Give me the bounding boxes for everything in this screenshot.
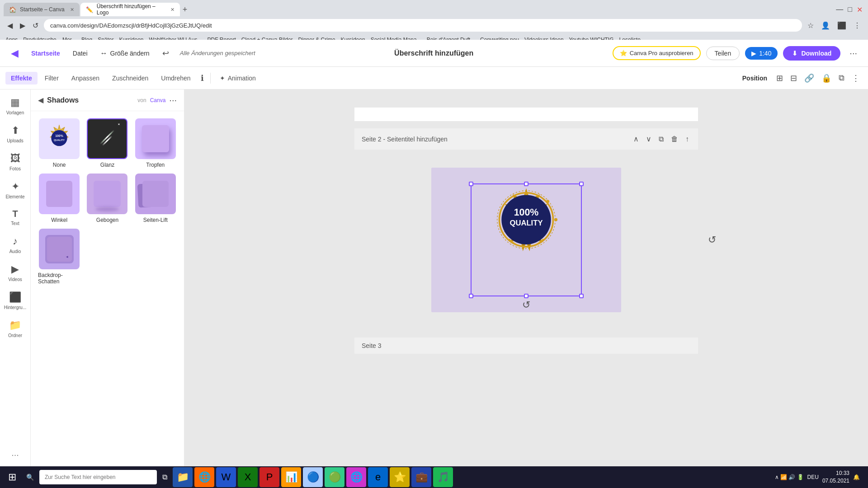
download-button[interactable]: ⬇ Download <box>783 46 840 61</box>
sidebar-more-button[interactable]: ··· <box>11 450 19 460</box>
new-tab-button[interactable]: + <box>183 5 188 14</box>
rotate-handle-right[interactable]: ↺ <box>708 234 716 246</box>
sidebar-item-videos[interactable]: ▶ Videos <box>1 260 29 286</box>
sidebar-item-hintergrund[interactable]: ⬛ Hintergru... <box>1 288 29 314</box>
tab-close-2[interactable]: ✕ <box>170 7 175 13</box>
panel-canva-link[interactable]: Canva <box>150 97 166 103</box>
play-button[interactable]: ▶ 1:40 <box>745 47 778 60</box>
pro-button[interactable]: ⭐ Canva Pro ausprobieren <box>613 46 701 60</box>
sidebar-item-vorlagen[interactable]: ▦ Vorlagen <box>1 93 29 119</box>
effect-gebogen[interactable]: Gebogen <box>86 174 128 223</box>
search-taskbar-button[interactable]: 🔍 <box>23 472 38 483</box>
canvas-area[interactable]: Seite 2 - Seitentitel hinzufügen ∧ ∨ ⧉ 🗑… <box>184 89 868 467</box>
taskbar-spotify[interactable]: 🎵 <box>433 467 453 487</box>
panel-back-button[interactable]: ◀ <box>38 96 43 104</box>
tab-effekte[interactable]: Effekte <box>5 72 38 84</box>
effect-none[interactable]: 100% QUALITY None <box>38 118 80 168</box>
page3-canvas[interactable] <box>354 354 698 390</box>
handle-bm[interactable] <box>524 294 528 298</box>
page2-share[interactable]: ↑ <box>684 133 691 145</box>
resize-button[interactable]: ↔ Größe ändern <box>97 47 153 60</box>
taskbar-app-2[interactable]: 💼 <box>411 467 431 487</box>
handle-tm[interactable] <box>524 182 528 186</box>
taskbar-edge[interactable]: e <box>368 467 388 487</box>
sidebar-item-fotos[interactable]: 🖼 Fotos <box>1 149 29 175</box>
home-back-button[interactable]: ◀ <box>7 46 22 61</box>
tab-active[interactable]: ✏️ Überschrift hinzufügen – Logo ✕ <box>80 3 180 16</box>
sidebar-item-ordner[interactable]: 📁 Ordner <box>1 316 29 342</box>
share-button[interactable]: Teilen <box>706 47 740 60</box>
task-view-button[interactable]: ⧉ <box>159 471 171 483</box>
taskbar-app-yellow[interactable]: ⭐ <box>390 467 410 487</box>
undo-button[interactable]: ↩ <box>159 47 173 60</box>
handle-br[interactable] <box>579 294 584 298</box>
page2-canvas[interactable]: 100% QUALITY ↺ ↺ <box>354 150 698 330</box>
start-button[interactable]: ⊞ <box>4 469 21 485</box>
tab-umdrehen[interactable]: Umdrehen <box>156 72 196 84</box>
effect-backdrop[interactable]: ◂ Backdrop-Schatten <box>38 229 80 285</box>
lock-icon-btn[interactable]: 🔒 <box>819 70 834 86</box>
effect-thumb-glanz[interactable] <box>87 118 127 159</box>
copy-icon-btn[interactable]: ⧉ <box>836 70 847 85</box>
panel-more-button[interactable]: ··· <box>169 95 177 105</box>
sidebar-item-text[interactable]: T Text <box>1 205 29 230</box>
address-bar[interactable]: canva.com/design/DAEdomzscjl/drBfjHdCojl… <box>44 19 802 32</box>
effect-seiten-lift[interactable]: Seiten-Lift <box>134 174 177 223</box>
rotate-handle-bottom[interactable]: ↺ <box>522 299 530 311</box>
effect-glanz[interactable]: Glanz <box>86 118 128 168</box>
align-icon-btn[interactable]: ⊟ <box>788 70 800 86</box>
page2-expand-down[interactable]: ∨ <box>644 133 653 145</box>
bookmark-star[interactable]: ☆ <box>806 19 816 32</box>
file-button[interactable]: Datei <box>69 47 91 60</box>
tab-anpassen[interactable]: Anpassen <box>66 72 105 84</box>
page2-duplicate[interactable]: ⧉ <box>657 133 665 145</box>
taskbar-excel[interactable]: X <box>238 467 258 487</box>
effect-thumb-winkel[interactable] <box>39 174 80 214</box>
taskbar-explorer[interactable]: 📁 <box>173 467 193 487</box>
tab-zuschneiden[interactable]: Zuschneiden <box>107 72 154 84</box>
taskbar-app-blue[interactable]: 🔵 <box>303 467 323 487</box>
grid-icon-btn[interactable]: ⊞ <box>774 70 786 86</box>
handle-tr[interactable] <box>579 182 584 186</box>
more-options-button[interactable]: ··· <box>846 46 861 60</box>
taskbar-powerpoint[interactable]: P <box>259 467 279 487</box>
handle-bl[interactable] <box>469 294 473 298</box>
taskbar-firefox[interactable]: 🌐 <box>194 467 214 487</box>
taskbar-app-green[interactable]: 🟢 <box>325 467 344 487</box>
page2-delete[interactable]: 🗑 <box>669 133 680 145</box>
handle-tl[interactable] <box>469 182 473 186</box>
tab-startseite[interactable]: 🏠 Startseite – Canva ✕ <box>4 3 80 16</box>
sidebar-item-uploads[interactable]: ⬆ Uploads <box>1 121 29 147</box>
tab-close-1[interactable]: ✕ <box>70 7 74 13</box>
taskbar-search-bar[interactable] <box>39 470 157 484</box>
taskbar-word[interactable]: W <box>216 467 236 487</box>
effect-tropfen[interactable]: Tropfen <box>134 118 177 168</box>
maximize-button[interactable]: □ <box>846 4 854 15</box>
browser-menu[interactable]: ⋮ <box>852 19 863 32</box>
minimize-button[interactable]: — <box>834 4 845 15</box>
notification-button[interactable]: 🔔 <box>853 474 860 480</box>
info-button[interactable]: ℹ <box>198 70 207 86</box>
reload-button[interactable]: ↺ <box>31 19 40 32</box>
effect-thumb-tropfen[interactable] <box>135 118 176 159</box>
taskbar-chrome[interactable]: 🌐 <box>346 467 366 487</box>
effect-thumb-none[interactable]: 100% QUALITY <box>39 118 80 159</box>
tab-filter[interactable]: Filter <box>39 72 64 84</box>
selection-container[interactable]: 100% QUALITY ↺ <box>471 183 582 296</box>
effect-thumb-gebogen[interactable] <box>87 174 127 214</box>
close-button[interactable]: ✕ <box>855 4 864 16</box>
position-button[interactable]: Position <box>738 72 772 84</box>
taskbar-search-input[interactable] <box>45 474 144 480</box>
animation-button[interactable]: ✦ Animation <box>214 72 261 84</box>
effect-thumb-backdrop[interactable]: ◂ <box>39 229 80 269</box>
forward-button[interactable]: ▶ <box>18 19 27 32</box>
profile-button[interactable]: 👤 <box>819 19 832 32</box>
link-icon-btn[interactable]: 🔗 <box>802 70 817 86</box>
sidebar-item-elemente[interactable]: ✦ Elemente <box>1 177 29 203</box>
taskbar-app-orange[interactable]: 📊 <box>281 467 301 487</box>
extension-button[interactable]: ⬛ <box>835 19 848 32</box>
back-button[interactable]: ◀ <box>5 19 14 32</box>
effect-thumb-seiten-lift[interactable] <box>135 174 176 214</box>
effect-winkel[interactable]: Winkel <box>38 174 80 223</box>
page2-collapse-up[interactable]: ∧ <box>632 133 641 145</box>
